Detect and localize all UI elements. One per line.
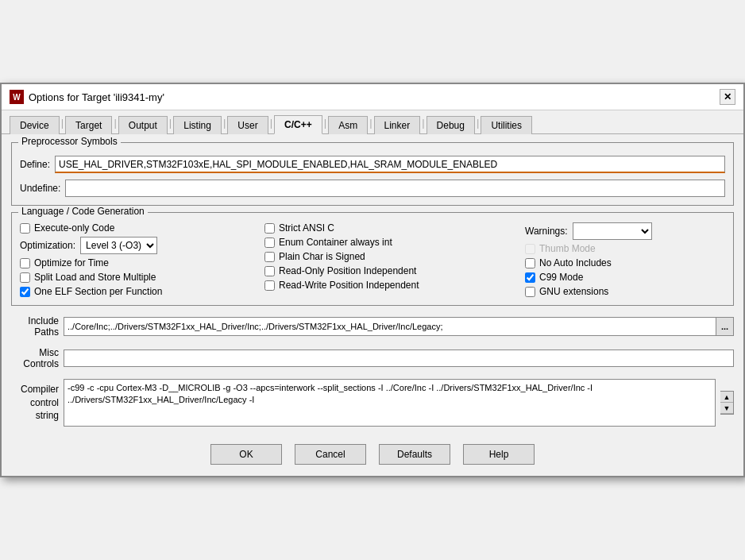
- ok-button[interactable]: OK: [210, 444, 282, 465]
- include-paths-row: IncludePaths ../Core/Inc;../Drivers/STM3…: [11, 315, 734, 338]
- elf-section-label: One ELF Section per Function: [34, 286, 162, 297]
- tab-user[interactable]: User: [227, 116, 268, 134]
- preprocessor-group-label: Preprocessor Symbols: [18, 136, 121, 147]
- misc-controls-row: MiscControls: [11, 347, 734, 369]
- execute-only-row: Execute-only Code: [20, 222, 258, 234]
- include-paths-wrapper: ../Core/Inc;../Drivers/STM32F1xx_HAL_Dri…: [64, 317, 734, 336]
- include-paths-browse-button[interactable]: ...: [716, 318, 733, 335]
- thumb-mode-label: Thumb Mode: [539, 243, 596, 254]
- strict-ansi-label: Strict ANSI C: [279, 222, 334, 234]
- opt-select-wrapper: Level 3 (-O3): [80, 237, 157, 254]
- thumb-mode-row: Thumb Mode: [525, 243, 731, 254]
- compiler-row: Compilercontrolstring -c99 -c -cpu Corte…: [11, 379, 734, 427]
- thumb-mode-checkbox[interactable]: [525, 244, 535, 254]
- c99-mode-row: C99 Mode: [525, 272, 731, 283]
- optimize-time-checkbox[interactable]: [20, 258, 30, 268]
- execute-only-checkbox[interactable]: [20, 223, 30, 234]
- plain-char-label: Plain Char is Signed: [279, 251, 365, 262]
- read-write-pos-row: Read-Write Position Independent: [264, 280, 519, 291]
- read-only-pos-checkbox[interactable]: [264, 266, 275, 276]
- undefine-row: Undefine:: [20, 180, 725, 197]
- gnu-extensions-label: GNU extensions: [539, 286, 608, 297]
- read-write-pos-label: Read-Write Position Independent: [279, 280, 419, 291]
- tab-output[interactable]: Output: [118, 116, 168, 134]
- opt-select[interactable]: Level 3 (-O3): [81, 238, 156, 253]
- codegen-group-label: Language / Code Generation: [18, 206, 148, 217]
- plain-char-checkbox[interactable]: [264, 252, 275, 262]
- split-load-checkbox[interactable]: [20, 272, 30, 283]
- preprocessor-group: Preprocessor Symbols Define: Undefine:: [11, 142, 734, 206]
- window-title: Options for Target 'ili9341-my': [29, 91, 164, 103]
- opt-label: Optimization:: [20, 240, 75, 251]
- dialog-window: W Options for Target 'ili9341-my' ✕ Devi…: [0, 83, 745, 477]
- no-auto-includes-row: No Auto Includes: [525, 257, 731, 268]
- codegen-group: Language / Code Generation Execute-only …: [11, 212, 734, 306]
- no-auto-includes-checkbox[interactable]: [525, 258, 535, 268]
- close-button[interactable]: ✕: [720, 89, 735, 105]
- elf-section-row: One ELF Section per Function: [20, 286, 258, 297]
- define-row: Define:: [20, 156, 725, 173]
- c99-mode-label: C99 Mode: [539, 272, 583, 283]
- tab-device[interactable]: Device: [10, 116, 60, 134]
- read-only-pos-label: Read-Only Position Independent: [279, 265, 416, 276]
- compiler-scroll-down-button[interactable]: ▼: [720, 403, 733, 414]
- strict-ansi-checkbox[interactable]: [264, 223, 275, 234]
- enum-container-row: Enum Container always int: [264, 237, 519, 248]
- gnu-extensions-row: GNU extensions: [525, 286, 731, 297]
- tab-bar: Device | Target | Output | Listing | Use…: [2, 110, 743, 134]
- include-paths-value: ../Core/Inc;../Drivers/STM32F1xx_HAL_Dri…: [64, 318, 716, 335]
- read-only-pos-row: Read-Only Position Independent: [264, 265, 519, 276]
- gnu-extensions-checkbox[interactable]: [525, 287, 535, 297]
- define-input[interactable]: [55, 156, 725, 173]
- execute-only-label: Execute-only Code: [34, 222, 114, 234]
- main-content: Preprocessor Symbols Define: Undefine: L…: [2, 134, 743, 434]
- app-icon: W: [10, 90, 24, 104]
- compiler-scrollbar: ▲ ▼: [720, 391, 734, 415]
- tab-utilities[interactable]: Utilities: [481, 116, 532, 134]
- tab-linker[interactable]: Linker: [374, 116, 421, 134]
- tab-listing[interactable]: Listing: [173, 116, 222, 134]
- enum-container-checkbox[interactable]: [264, 238, 275, 248]
- optimize-time-row: Optimize for Time: [20, 257, 258, 268]
- compiler-text-content: -c99 -c -cpu Cortex-M3 -D__MICROLIB -g -…: [68, 382, 712, 407]
- undefine-input[interactable]: [65, 180, 725, 197]
- compiler-label: Compilercontrolstring: [11, 383, 59, 423]
- tab-target[interactable]: Target: [65, 116, 112, 134]
- warnings-row: Warnings:: [525, 222, 731, 240]
- tab-cpp[interactable]: C/C++: [274, 115, 322, 134]
- cancel-button[interactable]: Cancel: [295, 444, 366, 465]
- misc-controls-label: MiscControls: [11, 347, 59, 369]
- title-bar-left: W Options for Target 'ili9341-my': [10, 90, 164, 104]
- defaults-button[interactable]: Defaults: [379, 444, 450, 465]
- include-paths-label: IncludePaths: [11, 315, 59, 338]
- c99-mode-checkbox[interactable]: [525, 272, 535, 283]
- compiler-scroll-up-button[interactable]: ▲: [720, 392, 733, 403]
- help-button[interactable]: Help: [463, 444, 535, 465]
- split-load-label: Split Load and Store Multiple: [34, 272, 156, 283]
- split-load-row: Split Load and Store Multiple: [20, 272, 258, 283]
- plain-char-row: Plain Char is Signed: [264, 251, 519, 262]
- tab-debug[interactable]: Debug: [427, 116, 475, 134]
- no-auto-includes-label: No Auto Includes: [539, 257, 612, 268]
- enum-container-label: Enum Container always int: [279, 237, 392, 248]
- optimization-row: Optimization: Level 3 (-O3): [20, 237, 258, 254]
- title-bar: W Options for Target 'ili9341-my' ✕: [2, 84, 743, 110]
- elf-section-checkbox[interactable]: [20, 287, 30, 297]
- misc-controls-input[interactable]: [64, 350, 734, 367]
- warnings-select[interactable]: [573, 222, 652, 240]
- compiler-text-area: -c99 -c -cpu Cortex-M3 -D__MICROLIB -g -…: [64, 379, 716, 427]
- define-label: Define:: [20, 159, 50, 170]
- tab-asm[interactable]: Asm: [328, 116, 368, 134]
- undefine-label: Undefine:: [20, 183, 60, 194]
- bottom-buttons: OK Cancel Defaults Help: [2, 434, 743, 476]
- read-write-pos-checkbox[interactable]: [264, 280, 275, 291]
- optimize-time-label: Optimize for Time: [34, 257, 109, 268]
- warnings-label: Warnings:: [525, 226, 568, 237]
- strict-ansi-row: Strict ANSI C: [264, 222, 519, 234]
